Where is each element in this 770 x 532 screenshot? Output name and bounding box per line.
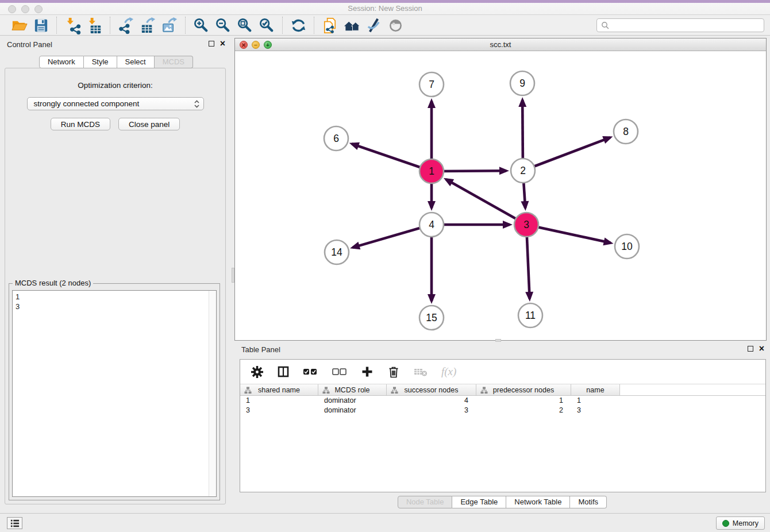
float-panel-icon[interactable] [209, 41, 214, 47]
graph-node-8[interactable]: 8 [614, 119, 638, 144]
graph-node-label-3: 3 [523, 219, 529, 230]
function-builder-button: f(x) [441, 365, 456, 379]
search-box[interactable] [596, 18, 764, 32]
graph-node-label-14: 14 [331, 246, 342, 258]
select-stepper-icon [194, 99, 200, 109]
tab-node-table[interactable]: Node Table [398, 496, 453, 508]
tab-edge-table[interactable]: Edge Table [452, 496, 506, 508]
mcds-result-scrollbar[interactable] [209, 291, 216, 496]
column-header-label: successor nodes [405, 386, 459, 394]
table-cell-successor-nodes[interactable]: 4 [387, 396, 476, 406]
column-header-label: MCDS role [334, 386, 369, 394]
add-button[interactable] [361, 365, 374, 379]
zoom-in-icon [192, 17, 210, 34]
graph-node-2[interactable]: 2 [511, 159, 535, 183]
import-network-button[interactable] [61, 16, 83, 34]
close-panel-icon[interactable]: × [220, 40, 225, 47]
save-button[interactable] [30, 16, 52, 34]
graph-edge-3-10[interactable] [526, 225, 611, 243]
column-header-name[interactable]: name [571, 384, 620, 395]
home-button[interactable] [341, 16, 363, 34]
tab-style[interactable]: Style [84, 56, 117, 68]
gear-button[interactable] [251, 365, 263, 379]
eye-button[interactable] [384, 16, 406, 34]
toolbar-group [110, 16, 185, 34]
network-resize-grip[interactable] [495, 339, 501, 342]
delete-button[interactable] [387, 365, 400, 379]
graph-edge-3-1[interactable] [446, 179, 526, 225]
tab-mcds[interactable]: MCDS [155, 56, 193, 68]
graph-node-1[interactable]: 1 [419, 159, 444, 183]
mcds-result-box[interactable]: 1 3 [12, 290, 217, 497]
network-close-icon[interactable]: ✕ [240, 41, 248, 49]
table-cell-shared-name[interactable]: 3 [240, 406, 318, 415]
tab-select[interactable]: Select [117, 56, 155, 68]
close-table-panel-icon[interactable]: × [759, 345, 764, 352]
table-cell-MCDS-role[interactable]: dominator [318, 396, 387, 406]
close-panel-button[interactable]: Close panel [118, 118, 180, 130]
mcds-result-legend: MCDS result (2 nodes) [13, 279, 93, 287]
table-cell-successor-nodes[interactable]: 3 [387, 406, 476, 415]
graph-node-6[interactable]: 6 [324, 126, 348, 151]
vizmap-button[interactable] [363, 16, 384, 34]
network-canvas[interactable]: 7968124314101511 [235, 51, 766, 340]
refresh-button[interactable] [287, 16, 309, 34]
column-header-MCDS-role[interactable]: MCDS role [318, 384, 387, 395]
tab-network-table[interactable]: Network Table [506, 496, 570, 508]
network-minimize-icon[interactable]: − [252, 41, 260, 49]
column-header-shared-name[interactable]: shared name [240, 384, 318, 395]
table-cell-predecessor-nodes[interactable]: 1 [476, 396, 571, 406]
export-table-button[interactable] [137, 16, 159, 34]
duplicate-network-button[interactable] [319, 16, 341, 34]
import-table-icon [86, 17, 103, 34]
graph-edge-2-8[interactable] [523, 137, 610, 171]
graph-node-14[interactable]: 14 [325, 240, 349, 264]
column-header-successor-nodes[interactable]: successor nodes [387, 384, 476, 395]
delete-table-icon [414, 367, 428, 377]
column-header-predecessor-nodes[interactable]: predecessor nodes [476, 384, 571, 395]
export-table-icon [139, 17, 157, 34]
open-button[interactable] [8, 16, 30, 34]
run-mcds-button[interactable]: Run MCDS [51, 118, 110, 130]
task-history-button[interactable] [7, 517, 22, 529]
select-all-button[interactable] [303, 365, 318, 379]
graph-node-11[interactable]: 11 [518, 303, 542, 327]
graph-node-3[interactable]: 3 [514, 213, 538, 237]
network-window-titlebar[interactable]: ✕ − + scc.txt [235, 38, 766, 51]
export-image-button[interactable] [159, 16, 180, 34]
table-cell-shared-name[interactable]: 1 [240, 396, 318, 406]
criterion-select[interactable]: strongly connected component [27, 97, 204, 110]
table-row[interactable]: 3dominator323 [240, 406, 765, 415]
duplicate-network-icon [321, 17, 339, 34]
search-input[interactable] [609, 20, 764, 31]
zoom-in-button[interactable] [190, 16, 212, 34]
deselect-all-button[interactable] [332, 365, 347, 379]
export-network-button[interactable] [115, 16, 137, 34]
column-header-label: shared name [258, 386, 300, 394]
toolbar-group [3, 16, 56, 34]
graph-node-4[interactable]: 4 [419, 213, 444, 237]
tab-network[interactable]: Network [39, 56, 84, 68]
table-cell-name[interactable]: 1 [571, 396, 620, 406]
mcds-panel-body: Optimization criterion: strongly connect… [5, 68, 226, 504]
zoom-fit-button[interactable] [234, 16, 256, 34]
zoom-out-button[interactable] [212, 16, 234, 34]
table-cell-name[interactable]: 3 [571, 406, 620, 415]
deselect-all-icon [332, 367, 347, 377]
columns-button[interactable] [277, 365, 290, 379]
graph-node-9[interactable]: 9 [510, 71, 534, 95]
graph-node-15[interactable]: 15 [419, 306, 444, 330]
network-maximize-icon[interactable]: + [264, 41, 272, 49]
float-table-panel-icon[interactable] [748, 346, 753, 352]
memory-button[interactable]: Memory [716, 516, 765, 530]
table-row[interactable]: 1dominator411 [240, 396, 765, 406]
table-cell-MCDS-role[interactable]: dominator [318, 406, 387, 415]
graph-node-7[interactable]: 7 [419, 72, 444, 97]
graph-node-10[interactable]: 10 [615, 234, 639, 259]
table-panel-title: Table Panel [241, 345, 280, 354]
import-table-button[interactable] [83, 16, 105, 34]
table-cell-predecessor-nodes[interactable]: 2 [476, 406, 571, 415]
zoom-selected-button[interactable] [256, 16, 278, 34]
top-accent-strip [0, 0, 770, 3]
tab-motifs[interactable]: Motifs [570, 496, 607, 508]
